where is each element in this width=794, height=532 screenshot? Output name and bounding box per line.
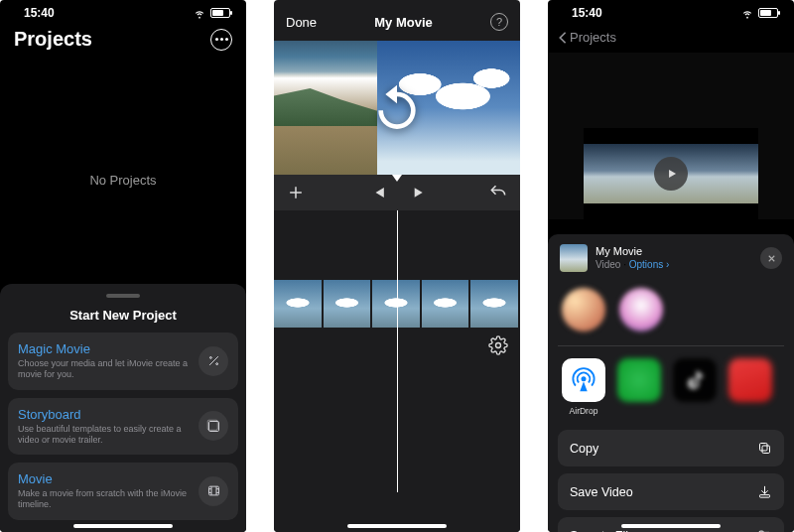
option-label: Storyboard (18, 407, 191, 422)
option-desc: Choose your media and let iMovie create … (18, 358, 191, 381)
contact-avatar[interactable] (619, 288, 663, 332)
sheet-handle[interactable] (106, 294, 140, 298)
svg-rect-2 (208, 486, 218, 495)
magic-wand-icon (198, 346, 228, 376)
status-bar: 15:40 (548, 0, 794, 22)
settings-button[interactable] (488, 335, 508, 355)
editor-header: Done My Movie ? (274, 0, 520, 41)
option-movie[interactable]: Movie Make a movie from scratch with the… (8, 463, 238, 520)
app-item[interactable] (617, 358, 661, 416)
clip-thumbnail[interactable] (422, 280, 469, 328)
add-media-button[interactable] (286, 183, 306, 202)
close-button[interactable] (760, 247, 782, 269)
clip-thumbnail[interactable] (274, 280, 322, 328)
home-indicator[interactable] (621, 524, 721, 528)
projects-header: Projects (0, 22, 246, 59)
status-time: 15:40 (572, 6, 602, 20)
app-item[interactable] (673, 358, 717, 416)
battery-icon (758, 8, 778, 18)
ellipsis-icon (215, 38, 228, 41)
play-button[interactable] (410, 183, 426, 202)
movie-title: My Movie (374, 15, 433, 30)
back-button[interactable]: Projects (548, 22, 794, 53)
rotate-ccw-icon (369, 80, 425, 136)
app-item[interactable] (728, 358, 772, 416)
editor-screen: Done My Movie ? (274, 0, 520, 532)
option-label: Movie (18, 471, 191, 486)
svg-rect-7 (760, 495, 770, 498)
action-label: Save to Files (570, 529, 641, 533)
new-project-sheet: Start New Project Magic Movie Choose you… (0, 284, 246, 532)
storyboard-icon (198, 411, 228, 441)
done-button[interactable]: Done (286, 15, 317, 30)
option-desc: Use beautiful templates to easily create… (18, 424, 191, 447)
app-icon (673, 358, 717, 402)
sheet-title: Start New Project (8, 308, 238, 323)
option-label: Magic Movie (18, 341, 191, 356)
projects-screen: 15:40 Projects No Projects Start New Pro… (0, 0, 246, 532)
action-label: Copy (570, 442, 598, 456)
page-title: Projects (14, 28, 92, 51)
question-icon: ? (496, 16, 502, 28)
option-magic-movie[interactable]: Magic Movie Choose your media and let iM… (8, 332, 238, 390)
download-icon (757, 484, 772, 499)
svg-point-3 (496, 343, 501, 348)
svg-rect-5 (762, 446, 770, 454)
app-icon (617, 358, 661, 402)
option-storyboard[interactable]: Storyboard Use beautiful templates to ea… (8, 398, 238, 456)
chevron-right-icon: › (666, 259, 669, 270)
chevron-left-icon (558, 31, 568, 45)
copy-icon (757, 441, 772, 456)
undo-button[interactable] (488, 183, 508, 202)
transport-controls (274, 175, 520, 210)
video-preview[interactable] (274, 41, 520, 175)
wifi-icon (740, 6, 754, 20)
action-copy[interactable]: Copy (558, 430, 784, 466)
video-thumbnail[interactable] (584, 128, 758, 219)
share-options-button[interactable]: Options › (629, 259, 670, 270)
action-save-video[interactable]: Save Video (558, 473, 784, 510)
folder-icon (757, 528, 772, 532)
playhead-marker (392, 175, 402, 182)
share-screen: 15:40 Projects My Movie Video · (548, 0, 794, 532)
app-airdrop[interactable]: AirDrop (562, 358, 605, 416)
back-label: Projects (570, 30, 616, 45)
option-desc: Make a movie from scratch with the iMovi… (18, 488, 191, 511)
preview-area (548, 53, 794, 219)
play-overlay-button[interactable] (654, 157, 688, 191)
skip-back-button[interactable] (368, 183, 388, 202)
apps-row: AirDrop (558, 346, 784, 424)
clip-thumbnail[interactable] (470, 280, 518, 328)
empty-state-text: No Projects (0, 59, 246, 297)
share-header: My Movie Video · Options › (558, 244, 784, 284)
home-indicator[interactable] (347, 524, 447, 528)
svg-rect-6 (760, 444, 768, 452)
app-label: AirDrop (570, 406, 598, 416)
app-icon (728, 358, 772, 402)
airdrop-icon (562, 358, 605, 402)
share-item-type: Video (596, 259, 620, 270)
share-item-title: My Movie (596, 245, 752, 258)
close-icon (766, 253, 777, 264)
status-bar: 15:40 (0, 0, 246, 22)
status-time: 15:40 (24, 6, 55, 20)
home-indicator[interactable] (73, 524, 173, 528)
film-icon (198, 476, 228, 506)
play-icon (665, 167, 679, 181)
action-list: Copy Save Video Save to Files (558, 430, 784, 532)
battery-icon (210, 8, 230, 18)
share-thumbnail (560, 244, 588, 272)
contacts-row (558, 284, 784, 346)
wifi-icon (193, 6, 206, 20)
help-button[interactable]: ? (490, 13, 508, 31)
playhead-line[interactable] (397, 210, 398, 492)
timeline[interactable] (274, 210, 520, 532)
share-sheet: My Movie Video · Options › AirDrop (548, 234, 794, 532)
svg-point-4 (582, 376, 587, 381)
more-menu-button[interactable] (210, 29, 232, 51)
clip-thumbnail[interactable] (324, 280, 371, 328)
clip-thumbnail[interactable] (372, 280, 420, 328)
contact-avatar[interactable] (562, 288, 605, 332)
action-label: Save Video (570, 485, 633, 499)
